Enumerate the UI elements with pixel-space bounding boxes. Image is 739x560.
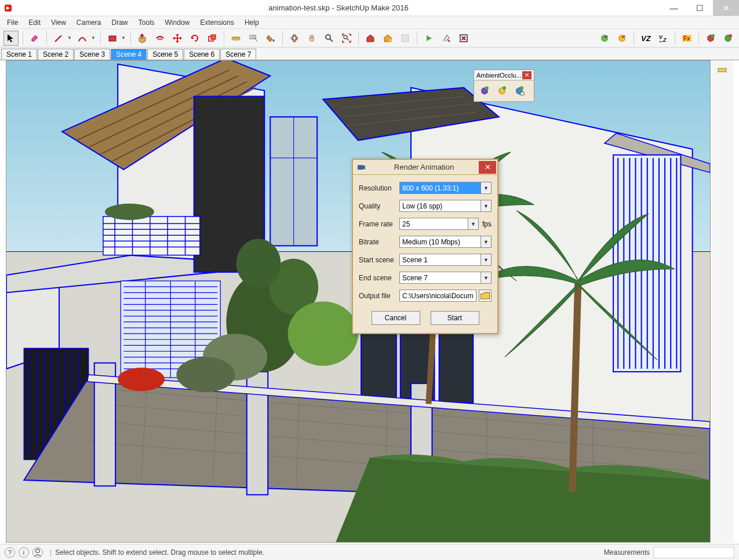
dropdown-arrow-icon[interactable]: ▼ (480, 236, 491, 247)
ambient-occlusion-panel[interactable]: AmbientOcclu... ✕ (474, 69, 534, 102)
rectangle-tool-dropdown[interactable]: ▼ (121, 35, 126, 41)
vz-small-tool[interactable]: VZ (656, 31, 671, 46)
user-icon[interactable] (32, 547, 43, 558)
frame-rate-select[interactable]: 25▼ (399, 218, 479, 230)
plugin-tool-3[interactable] (703, 31, 718, 46)
dialog-close-button[interactable]: ✕ (479, 161, 496, 174)
ao-tool-2[interactable] (494, 83, 510, 99)
menu-help[interactable]: Help (240, 17, 264, 28)
pan-tool[interactable] (304, 31, 319, 46)
svg-rect-13 (402, 35, 409, 42)
output-file-input[interactable]: C:\Users\nicola\Docum (399, 290, 476, 302)
select-tool[interactable] (3, 31, 19, 46)
separator (698, 31, 699, 45)
menu-window[interactable]: Window (161, 17, 195, 28)
ao-tool-1[interactable] (476, 83, 493, 99)
minimize-button[interactable]: — (661, 0, 687, 16)
menu-edit[interactable]: Edit (24, 17, 45, 28)
line-tool-dropdown[interactable]: ▼ (67, 35, 72, 41)
offset-tool[interactable] (152, 31, 168, 46)
resolution-select[interactable]: 800 x 600 (1.33:1)▼ (399, 182, 492, 194)
scene-tab-4[interactable]: Scene 4 (111, 49, 147, 60)
menu-camera[interactable]: Camera (72, 17, 106, 28)
menu-file[interactable]: File (2, 17, 23, 28)
stop-animation-tool[interactable] (456, 31, 471, 46)
close-button[interactable]: ✕ (713, 0, 739, 16)
browse-button[interactable] (479, 290, 492, 302)
bitrate-select[interactable]: Medium (10 Mbps)▼ (399, 236, 492, 248)
maximize-button[interactable]: ☐ (687, 0, 713, 16)
move-tool[interactable] (170, 31, 185, 46)
end-scene-select[interactable]: Scene 7▼ (399, 272, 492, 284)
arc-tool[interactable] (75, 31, 90, 46)
line-tool[interactable] (51, 31, 66, 46)
paint-bucket-tool[interactable] (263, 31, 278, 46)
svg-text:V: V (659, 34, 663, 40)
panel-title: AmbientOcclu... (476, 72, 522, 79)
scene-tab-6[interactable]: Scene 6 (184, 49, 220, 60)
titlebar: animation-test.skp - SketchUp Make 2016 … (0, 0, 739, 16)
measurements-panel-icon[interactable] (714, 62, 730, 78)
svg-text:Fx: Fx (683, 35, 690, 42)
dialog-title: Render Animation (369, 163, 479, 171)
vz-bold-tool[interactable]: VZ (638, 31, 653, 46)
fx-tool[interactable]: Fx (679, 31, 694, 46)
orbit-tool[interactable] (287, 31, 302, 46)
plugin-tool-2[interactable] (614, 31, 629, 46)
svg-point-21 (711, 34, 715, 38)
help-icon[interactable]: ? (5, 547, 15, 558)
scene-tab-2[interactable]: Scene 2 (38, 49, 74, 60)
arc-tool-dropdown[interactable]: ▼ (90, 35, 96, 41)
measurements-input[interactable] (653, 547, 734, 558)
dialog-icon (356, 163, 366, 172)
dropdown-arrow-icon[interactable]: ▼ (468, 218, 478, 229)
rotate-tool[interactable] (187, 31, 202, 46)
panel-titlebar[interactable]: AmbientOcclu... ✕ (474, 70, 534, 80)
start-button[interactable]: Start (431, 311, 479, 325)
dropdown-arrow-icon[interactable]: ▼ (480, 200, 491, 211)
svg-point-104 (236, 239, 281, 288)
menu-draw[interactable]: Draw (107, 17, 133, 28)
plugin-tool-4[interactable] (720, 31, 736, 46)
separator (358, 31, 359, 45)
panel-close-button[interactable]: ✕ (522, 71, 532, 79)
warehouse-tool[interactable] (363, 31, 378, 46)
scene-tab-1[interactable]: Scene 1 (1, 49, 37, 60)
start-scene-label: Start scene (359, 256, 399, 264)
rectangle-tool[interactable] (105, 31, 120, 46)
menu-tools[interactable]: Tools (134, 17, 159, 28)
zoom-extents-tool[interactable] (339, 31, 354, 46)
menu-extensions[interactable]: Extensions (195, 17, 239, 28)
separator (282, 31, 283, 45)
dropdown-arrow-icon[interactable]: ▼ (480, 272, 491, 283)
dialog-titlebar[interactable]: Render Animation ✕ (353, 160, 497, 175)
tape-measure-tool[interactable] (228, 31, 243, 46)
menu-view[interactable]: View (46, 17, 71, 28)
extension-warehouse-tool[interactable] (380, 31, 395, 46)
ao-tool-3[interactable] (511, 83, 527, 99)
scene-tab-5[interactable]: Scene 5 (147, 49, 183, 60)
dropdown-arrow-icon[interactable]: ▼ (480, 182, 491, 193)
pause-animation-tool[interactable] (439, 31, 454, 46)
quality-select[interactable]: Low (16 spp)▼ (399, 200, 492, 212)
scene-tab-3[interactable]: Scene 3 (74, 49, 110, 60)
start-scene-select[interactable]: Scene 1▼ (399, 254, 492, 266)
text-tool[interactable]: A1 (246, 31, 261, 46)
scene-tab-7[interactable]: Scene 7 (220, 49, 256, 60)
zoom-tool[interactable] (322, 31, 337, 46)
scale-tool[interactable] (205, 31, 220, 46)
measurements-label: Measurements (604, 548, 650, 557)
statusbar: ? i | Select objects. Shift to extend se… (0, 544, 739, 560)
eraser-tool[interactable] (27, 31, 42, 46)
push-pull-tool[interactable] (135, 31, 150, 46)
right-toolbar (712, 60, 733, 543)
cancel-button[interactable]: Cancel (372, 311, 420, 325)
plugin-tool-1[interactable] (597, 31, 612, 46)
quality-label: Quality (359, 202, 399, 210)
svg-point-63 (105, 204, 154, 220)
layout-tool[interactable] (398, 31, 413, 46)
svg-text:A1: A1 (251, 35, 256, 39)
dropdown-arrow-icon[interactable]: ▼ (480, 254, 491, 265)
info-icon[interactable]: i (19, 547, 29, 558)
play-animation-tool[interactable] (421, 31, 436, 46)
